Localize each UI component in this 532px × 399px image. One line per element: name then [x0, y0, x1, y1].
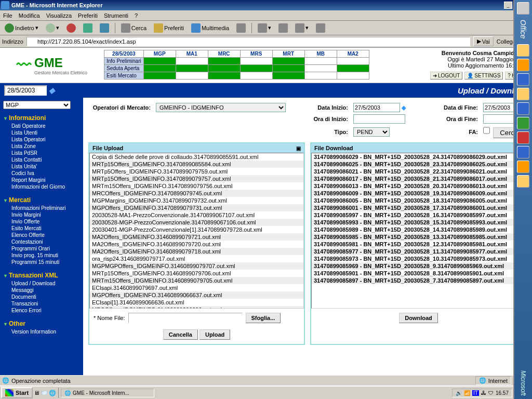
list-item[interactable]: 31470899085977 - BN_MRT+15D_20030528_11.…	[312, 248, 525, 255]
menu-modifica[interactable]: Modifica	[19, 12, 40, 19]
menu-visualizza[interactable]: Visualizza	[46, 12, 72, 19]
minimize-button[interactable]: _	[504, 2, 512, 9]
list-item[interactable]: 31470899086025 - BN_MRT+15D_20030528_23.…	[312, 161, 525, 168]
sidebar-item[interactable]: Contestazioni	[4, 238, 79, 245]
media-button[interactable]: Multimedia	[189, 22, 232, 34]
upload-button[interactable]: Upload	[200, 329, 230, 340]
sidebar-section[interactable]: Transazioni XML	[4, 272, 79, 279]
menu-help[interactable]: ?	[135, 12, 138, 19]
list-item[interactable]: 31470899085901 - BN_MRT+15D_20030528_8.3…	[312, 270, 525, 277]
list-item[interactable]: MRTp15Offers_IDGMEINFO.31470899085584.ou…	[90, 161, 303, 168]
diamond-icon[interactable]: ◆	[49, 86, 55, 95]
sidebar-item[interactable]: Invio Margini	[4, 211, 79, 218]
history-button[interactable]	[234, 22, 248, 34]
sidebar-item[interactable]: Dati Operatore	[4, 123, 79, 129]
list-item[interactable]: MGPOffers_IDGMEINFO.31470899079731.out.x…	[90, 204, 303, 211]
cancella-button[interactable]: Cancella	[163, 329, 198, 340]
list-item[interactable]: MA2Offers_IDGMEINFO.31460899079721.out.x…	[90, 233, 303, 241]
stop-button[interactable]	[64, 22, 78, 34]
sidebar-item[interactable]: Invio Offerte	[4, 218, 79, 225]
sidebar-item[interactable]: Programmi 15 minuti	[4, 259, 79, 265]
sidebar-item[interactable]: Esito Mercati	[4, 225, 79, 232]
app-icon[interactable]	[517, 131, 529, 144]
discuss-button[interactable]	[313, 22, 328, 34]
mail-button[interactable]: ▾	[255, 22, 274, 34]
menu-file[interactable]: File	[3, 12, 12, 19]
calendar-icon[interactable]: ◆	[402, 104, 406, 111]
edit-button[interactable]: ▾	[292, 22, 311, 34]
tray-lang[interactable]: IT	[472, 390, 479, 396]
app-icon[interactable]	[517, 59, 529, 71]
app-icon[interactable]	[517, 175, 529, 188]
logout-button[interactable]: ➜ LOGOUT	[430, 72, 462, 79]
search-button[interactable]: Cerca	[118, 22, 149, 34]
list-item[interactable]: EClsapi[1].31460899066636.out.xml	[90, 299, 303, 306]
tray-icon[interactable]: 🖧	[481, 390, 486, 396]
list-item[interactable]: 31470899086017 - BN_MRT+15D_20030528_21.…	[312, 175, 525, 182]
sidebar-item[interactable]: Lista Unita'	[4, 163, 79, 170]
sidebar-item[interactable]: Report Margini	[4, 177, 79, 183]
settings-button[interactable]: 👤 SETTINGS	[464, 72, 503, 79]
sidebar-item[interactable]: Informazioni Preliminari	[4, 205, 79, 211]
list-item[interactable]: EClsapi.31460899079697.out.xml	[90, 284, 303, 291]
ora-inizio-input[interactable]	[353, 114, 405, 124]
list-item[interactable]: MA2Offers_IDGMEINFO.31460899079720.out.x…	[90, 241, 303, 248]
quicklaunch-icon[interactable]: 🌐	[49, 390, 56, 396]
office-icon[interactable]	[517, 2, 529, 15]
sidebar-item[interactable]: Version Information	[4, 328, 79, 335]
sidebar-item[interactable]: Elenco Offerte	[4, 232, 79, 238]
list-item[interactable]: MRCOffers_IDGMEINFO.31470899079745.out.x…	[90, 190, 303, 197]
go-button[interactable]: ▶ Vai	[473, 36, 494, 46]
list-item[interactable]: MRTp15Offers_IDGMEINFO.31470899079757.ou…	[90, 175, 303, 182]
list-item[interactable]: 20030401-MGP-PrezzoConvenzionale[1].3147…	[90, 226, 303, 233]
list-item[interactable]: MGPOffers_IDGMEINFO.31460899066637.out.x…	[90, 291, 303, 299]
download-file-list[interactable]: 31470899086029 - BN_MRT+15D_20030528_24.…	[311, 153, 526, 309]
list-item[interactable]: MGPMGPOffers_IDGMEINFO.31460899079707.ou…	[90, 262, 303, 270]
market-combo[interactable]: MGP	[3, 101, 71, 109]
app-icon[interactable]	[517, 44, 529, 57]
sidebar-item[interactable]: Programmi Orari	[4, 245, 79, 252]
list-item[interactable]: 31470899085997 - BN_MRT+15D_20030528_16.…	[312, 211, 525, 219]
sidebar-item[interactable]: Lista Zone	[4, 143, 79, 150]
list-item[interactable]: MA2Offers_IDGMEINFO.31460899079718.out.x…	[90, 248, 303, 255]
list-item[interactable]: 31470899085969 - BN_MRT+15D_20030528_9.3…	[312, 262, 525, 270]
sidebar-item[interactable]: Transazioni	[4, 300, 79, 307]
header-date-input[interactable]	[4, 85, 47, 96]
list-item[interactable]: 20030528-MGP-PrezzoConvenzionale.3147089…	[90, 219, 303, 226]
list-item[interactable]: 31470899086009 - BN_MRT+15D_20030528_19.…	[312, 190, 525, 197]
list-item[interactable]: 31470899086001 - BN_MRT+15D_20030528_17.…	[312, 204, 525, 211]
sidebar-section[interactable]: Other	[4, 320, 79, 327]
operator-select[interactable]: GMEINFO - IDGMEINFO	[156, 103, 286, 112]
fa-checkbox[interactable]	[483, 126, 490, 135]
list-item[interactable]: 31470899086005 - BN_MRT+15D_20030528_18.…	[312, 197, 525, 204]
menu-preferiti[interactable]: Preferiti	[78, 12, 98, 19]
tray-icon[interactable]: 📶	[464, 390, 470, 396]
list-item[interactable]: ora_risp24.31460899079717.out.xml	[90, 255, 303, 262]
sidebar-item[interactable]: Codici Iva	[4, 170, 79, 177]
nome-file-input[interactable]	[128, 313, 243, 323]
favorites-button[interactable]: Preferiti	[151, 22, 187, 34]
app-icon[interactable]	[517, 161, 529, 173]
list-item[interactable]: MRTp5Offers_IDGMEINFO.31470899079759.out…	[90, 168, 303, 175]
sidebar-item[interactable]: Informazioni del Giorno	[4, 183, 79, 190]
sidebar-item[interactable]: Documenti	[4, 294, 79, 300]
print-button[interactable]	[276, 22, 290, 34]
download-button[interactable]: Download	[399, 313, 438, 323]
app-icon[interactable]	[517, 102, 529, 115]
tray-icon[interactable]: 🔊	[456, 390, 462, 396]
refresh-button[interactable]	[81, 22, 95, 34]
data-inizio-input[interactable]	[353, 103, 400, 112]
list-item[interactable]: 20030528-MA1-PrezzoConvenzionale.3147089…	[90, 211, 303, 219]
sidebar-item[interactable]: Lista Operatori	[4, 136, 79, 143]
list-item[interactable]: 31470899085993 - BN_MRT+15D_20030528_15.…	[312, 219, 525, 226]
sidebar-item[interactable]: Upload / Download	[4, 280, 79, 287]
app-icon[interactable]	[517, 146, 529, 158]
back-button[interactable]: Indietro ▾	[2, 22, 41, 34]
list-item[interactable]: 31470899085989 - BN_MRT+15D_20030528_14.…	[312, 226, 525, 233]
sfoglia-button[interactable]: Sfoglia...	[246, 313, 281, 323]
sidebar-item[interactable]: Lista PdSR	[4, 150, 79, 156]
list-item[interactable]: 31470899086013 - BN_MRT+15D_20030528_20.…	[312, 182, 525, 190]
list-item[interactable]: 31470899085985 - BN_MRT+15D_20030528_13.…	[312, 233, 525, 241]
app-icon[interactable]	[517, 88, 529, 100]
tray-icon[interactable]: 🛡	[488, 390, 494, 396]
